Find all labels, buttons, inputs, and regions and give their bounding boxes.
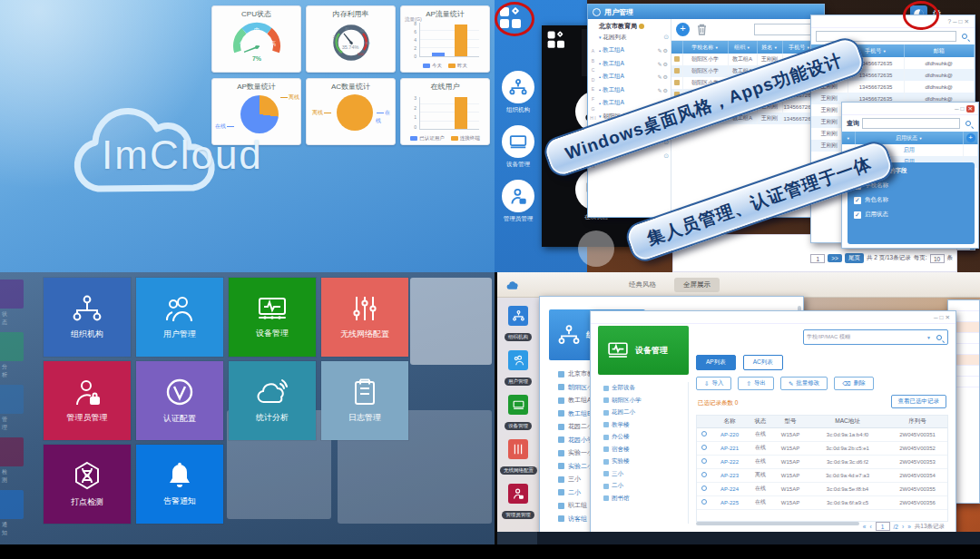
tab-fullscreen-view[interactable]: 全屏展示	[674, 278, 720, 292]
window-controls[interactable]: ? ─ □ ✕	[811, 15, 975, 28]
tile-probe-detection[interactable]: 打点检测	[44, 445, 131, 524]
view-selected-button[interactable]: 查看已选中记录	[891, 395, 947, 408]
taskbar[interactable]	[497, 532, 980, 544]
tile-auth-config[interactable]: 认证配置	[136, 361, 223, 440]
window-titlebar[interactable]: 用户管理	[588, 5, 824, 19]
horizontal-scrollbar[interactable]	[696, 522, 859, 525]
minimize-icon: ─	[934, 314, 940, 320]
cloud-app-icon[interactable]	[506, 280, 520, 290]
expand-icon[interactable]: ⊙	[663, 152, 669, 160]
launcher-item-admin[interactable]: 管理员管理	[498, 180, 538, 223]
dropdown-caret-icon[interactable]: ▼	[926, 335, 931, 340]
search-icon[interactable]	[962, 34, 967, 39]
tab-ac-list[interactable]: AC列表	[743, 355, 783, 370]
tree-item[interactable]: 全部设备	[598, 382, 688, 395]
table-row[interactable]: AP-225在线W15AP3c:0d:9a:6f:a9:c52W045V0035…	[697, 495, 947, 509]
tile-log-management[interactable]: 日志管理	[321, 361, 408, 440]
field-checkbox-row[interactable]: ✓ 启用状态	[854, 211, 968, 219]
tree-item[interactable]: 办公楼	[598, 431, 688, 444]
row-checkbox[interactable]	[674, 68, 680, 74]
svg-text:低: 低	[240, 41, 245, 46]
page-input[interactable]: 1	[810, 254, 825, 263]
row-checkbox[interactable]	[701, 499, 707, 505]
next-page-button[interactable]: ›	[902, 524, 904, 530]
launcher-item-device[interactable]: 设备管理	[498, 125, 538, 169]
tile-user-management[interactable]: 用户管理	[136, 278, 223, 357]
tree-member[interactable]: • 教工组A ✎⚙	[599, 57, 669, 71]
settings-icon[interactable]: ⚙	[663, 74, 669, 80]
search-icon[interactable]	[936, 335, 942, 340]
row-checkbox[interactable]	[674, 56, 680, 62]
tree-item[interactable]: 三小	[598, 468, 688, 481]
page-input[interactable]: 1	[876, 522, 890, 531]
table-row[interactable]: AP-224在线W15AP3c:0d:9a:5e:f8:b42W045V0035…	[697, 482, 947, 495]
tree-item[interactable]: 二小	[598, 480, 688, 493]
settings-icon[interactable]: ⚙	[663, 48, 669, 54]
export-button[interactable]: ⇧导出	[738, 377, 773, 390]
row-checkbox[interactable]	[701, 458, 707, 464]
table-row[interactable]: AP-222在线W15AP3c:0d:9a:3c:d6:f22W045V0035…	[697, 455, 947, 468]
tab-ap-list[interactable]: AP列表	[696, 355, 736, 370]
trash-icon[interactable]	[697, 24, 707, 35]
tree-member[interactable]: • 教工组A ✎⚙	[599, 44, 669, 58]
query-input[interactable]	[862, 118, 960, 129]
sidebar-item-user[interactable]: 用户管理	[500, 350, 536, 387]
row-checkbox[interactable]	[701, 485, 707, 491]
window-controls[interactable]: ─ □ ✕	[591, 311, 956, 324]
tree-item[interactable]: 实验楼	[598, 456, 688, 468]
add-column-button[interactable]: +	[966, 133, 975, 142]
prev-page-button[interactable]: ‹	[869, 524, 871, 530]
expand-icon[interactable]: ⊙	[663, 34, 669, 41]
tree-item[interactable]: 宿舍楼	[598, 444, 688, 456]
tree-item[interactable]: 图书馆	[598, 493, 688, 505]
delete-button[interactable]: ⌫删除	[834, 377, 873, 390]
launcher-item-org[interactable]: 组织机构	[498, 71, 538, 114]
import-button[interactable]: ⇩导入	[696, 377, 731, 390]
device-search-input[interactable]: 学校/IP/MAC 模糊 ▼	[803, 329, 948, 345]
sidebar-item-device[interactable]: 设备管理	[500, 395, 536, 431]
batch-edit-button[interactable]: ✎批量修改	[780, 377, 828, 390]
tile-statistics[interactable]: 统计分析	[229, 361, 316, 440]
tab-classic-style[interactable]: 经典风格	[620, 278, 665, 292]
table-row[interactable]: AP-223离线W15AP3c:0d:9a:4d:e7:a32W045V0035…	[697, 468, 947, 482]
tree-item[interactable]: 教学楼	[598, 419, 688, 432]
tree-item[interactable]: 朝阳区小学	[598, 395, 688, 407]
table-row[interactable]: AP-221在线W15AP3c:0d:9a:2b:c5:e12W045V0035…	[697, 441, 947, 455]
tree-member[interactable]: • 教工组A ✎⚙	[599, 71, 669, 84]
add-user-button[interactable]: +	[676, 23, 690, 36]
row-checkbox[interactable]	[701, 445, 707, 450]
checkbox-icon[interactable]: ✓	[854, 197, 861, 204]
next-pages-button[interactable]: >>	[828, 254, 842, 262]
row-checkbox[interactable]	[701, 431, 707, 436]
sidebar-item-wireless[interactable]: 无线网络配置	[500, 439, 536, 476]
settings-icon[interactable]: ⚙	[663, 88, 669, 93]
sidebar-item-org[interactable]: 组织机构	[500, 306, 536, 342]
search-icon[interactable]	[965, 121, 971, 126]
tile-alarm-notification[interactable]: 告警通知	[136, 445, 223, 524]
tile-device-management[interactable]: 设备管理	[229, 278, 316, 357]
tile-wireless-config[interactable]: 无线网络配置	[321, 278, 408, 357]
tree-item[interactable]: 花园二小	[598, 407, 688, 419]
checkbox-icon[interactable]: ✓	[854, 211, 861, 219]
tree-group[interactable]: ▾ 花园列表 ⊙	[599, 31, 669, 44]
field-checkbox-row[interactable]: ✓ 角色名称	[854, 196, 968, 204]
settings-icon[interactable]: ⚙	[663, 62, 669, 67]
admin-lock-icon	[74, 378, 101, 406]
sidebar-item-admin[interactable]: 管理员管理	[500, 484, 536, 520]
selected-count-note[interactable]: 已选记录条数 0	[698, 399, 738, 407]
start-button[interactable]	[497, 532, 537, 544]
tree-member[interactable]: • 教工组A ✎⚙	[599, 83, 669, 97]
per-page-select[interactable]: 10	[930, 254, 945, 263]
last-page-button[interactable]: 尾页	[845, 253, 864, 263]
row-checkbox[interactable]	[674, 80, 680, 85]
device-header-card[interactable]: 设备管理	[598, 326, 689, 375]
tile-organization[interactable]: 组织机构	[44, 278, 131, 357]
table-row[interactable]: AP-220在线W15AP3c:0d:9a:1a:b4:f02W045V0035…	[697, 427, 947, 441]
last-page-button[interactable]: »	[907, 524, 911, 530]
table-header[interactable]: 名称 状态 型号 MAC地址 序列号	[697, 416, 947, 427]
first-page-button[interactable]: «	[863, 524, 867, 530]
tile-admin-management[interactable]: 管理员管理	[44, 361, 131, 440]
table-header[interactable]: ▼ 启用状态 ▼ +	[842, 132, 978, 144]
window-controls[interactable]: ─ □ ✕	[842, 103, 978, 115]
row-checkbox[interactable]	[701, 472, 707, 477]
